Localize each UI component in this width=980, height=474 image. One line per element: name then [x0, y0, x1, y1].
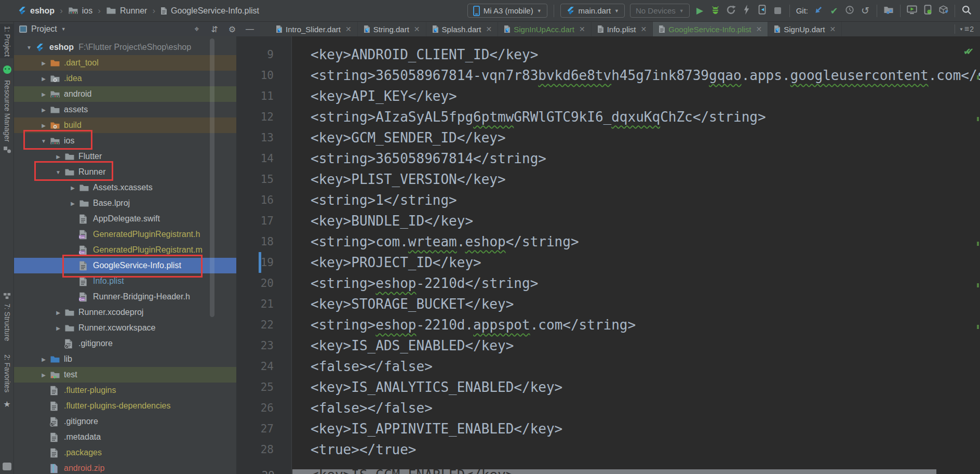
breadcrumb-project[interactable]: eshop	[30, 6, 55, 16]
tree-item-info-plist[interactable]: Info.plist	[14, 273, 236, 289]
gear-icon[interactable]: ⚙	[227, 24, 237, 34]
tree-item--dart-tool[interactable]: ▶.dart_tool	[14, 55, 236, 71]
code-line-15[interactable]: <key>PLIST_VERSION</key>	[292, 169, 980, 190]
close-icon[interactable]: ✕	[414, 25, 420, 33]
tree-collapse-icon[interactable]: ▶	[37, 91, 50, 97]
breadcrumb-file[interactable]: GoogleService-Info.plist	[171, 6, 259, 16]
close-icon[interactable]: ✕	[579, 25, 585, 33]
stripe-resource-manager-button[interactable]: Resource Manager	[0, 80, 14, 142]
code-line-27[interactable]: <key>IS_APPINVITE_ENABLED</key>	[292, 418, 980, 439]
breadcrumb-ios[interactable]: ios	[82, 6, 92, 16]
close-icon[interactable]: ✕	[641, 25, 647, 33]
breadcrumb-runner[interactable]: Runner	[120, 6, 147, 16]
tree-item-assets[interactable]: ▶assets	[14, 102, 236, 117]
tab-info-plist[interactable]: Info.plist✕	[592, 22, 653, 36]
tree-collapse-icon[interactable]: ▶	[66, 185, 79, 191]
close-icon[interactable]: ✕	[486, 25, 492, 33]
code-line-19[interactable]: <key>PROJECT_ID</key>	[292, 252, 980, 273]
collapse-all-icon[interactable]: ⇵	[210, 24, 219, 34]
flutter-device-selector[interactable]: No Devices ▼	[630, 4, 690, 18]
code-editor[interactable]: 910111213141516171819202122232425262728 …	[236, 36, 980, 474]
tree-item--packages[interactable]: .packages	[14, 445, 236, 460]
avd-manager-button[interactable]	[907, 5, 917, 17]
tree-collapse-icon[interactable]: ▶	[37, 372, 50, 378]
tree-item--gitignore[interactable]: .gitignore	[14, 336, 236, 351]
tree-collapse-icon[interactable]: ▶	[37, 60, 50, 66]
error-stripe-mark[interactable]	[977, 325, 979, 329]
project-structure-button[interactable]	[883, 5, 894, 17]
tree-item-assets-xcassets[interactable]: ▶Assets.xcassets	[14, 180, 236, 195]
profile-button[interactable]	[726, 5, 736, 17]
tree-item--idea[interactable]: ▶.idea	[14, 71, 236, 86]
error-stripe-mark[interactable]	[977, 283, 979, 287]
code-line-23[interactable]: <key>IS_ADS_ENABLED</key>	[292, 335, 980, 356]
locate-file-icon[interactable]: ⌖	[192, 24, 202, 34]
code-line-9[interactable]: <key>ANDROID_CLIENT_ID</key>	[292, 44, 980, 65]
inspections-ok-icon[interactable]: ✔✔	[963, 46, 969, 57]
git-commit-button[interactable]: ✔	[829, 5, 839, 17]
debug-button[interactable]	[710, 5, 721, 17]
tab-signup-dart[interactable]: SignUp.dart✕	[768, 22, 842, 36]
tree-item-runner-bridging-header-h[interactable]: C++Runner-Bridging-Header.h	[14, 289, 236, 305]
tree-item-googleservice-info-plist[interactable]: GoogleService-Info.plist	[14, 258, 236, 273]
tree-collapse-icon[interactable]: ▶	[37, 123, 50, 128]
hot-reload-icon[interactable]	[742, 5, 752, 17]
tree-collapse-icon[interactable]: ▶	[52, 154, 64, 160]
stripe-structure-button[interactable]: 7: Structure	[0, 304, 14, 341]
tree-item-android-zip[interactable]: android.zip	[14, 460, 236, 474]
close-icon[interactable]: ✕	[756, 25, 762, 33]
tab-googleservice-info-plist[interactable]: GoogleService-Info.plist✕	[653, 22, 768, 36]
tab-signinupacc-dart[interactable]: SignInUpAcc.dart✕	[498, 22, 591, 36]
device-manager-button[interactable]	[922, 5, 933, 17]
tree-item-base-lproj[interactable]: ▶Base.lproj	[14, 195, 236, 211]
error-stripe-mark[interactable]	[977, 117, 979, 121]
code-line-11[interactable]: <key>API_KEY</key>	[292, 86, 980, 107]
code-line-18[interactable]: <string>com.wrteam.eshop</string>	[292, 231, 980, 252]
tab-string-dart[interactable]: String.dart✕	[358, 22, 426, 36]
tree-item-ios[interactable]: ▼ios	[14, 133, 236, 149]
git-update-button[interactable]	[813, 5, 824, 17]
error-stripe-mark[interactable]	[977, 75, 979, 80]
tree-item-lib[interactable]: ▶lib	[14, 351, 236, 367]
run-button[interactable]: ▶	[695, 5, 705, 17]
tree-item-eshop[interactable]: ▼eshopF:\Flutter Project\eShop\eshop	[14, 40, 236, 55]
close-icon[interactable]: ✕	[829, 25, 836, 33]
tab-splash-dart[interactable]: Splash.dart✕	[426, 22, 499, 36]
git-rollback-button[interactable]: ↺	[860, 5, 870, 17]
tree-expand-icon[interactable]: ▼	[52, 169, 64, 175]
editor-code-area[interactable]: <key>ANDROID_CLIENT_ID</key><string>3650…	[292, 36, 980, 474]
sdk-manager-button[interactable]	[938, 5, 948, 17]
tree-collapse-icon[interactable]: ▶	[66, 201, 79, 206]
tree-collapse-icon[interactable]: ▶	[52, 310, 64, 315]
close-icon[interactable]: ✕	[345, 25, 352, 33]
tree-expand-icon[interactable]: ▼	[37, 138, 50, 144]
tree-item-test[interactable]: ▶test	[14, 367, 236, 383]
code-line-12[interactable]: <string>AIzaSyAL5fpg6ptmwGRWlGTC9kI6_dqx…	[292, 107, 980, 127]
tree-item--gitignore[interactable]: .gitignore	[14, 414, 236, 429]
hidden-tabs-button[interactable]: ▼ ≡ 2	[959, 24, 974, 34]
code-line-28[interactable]: <true></true>	[292, 439, 980, 460]
stripe-favorites-button[interactable]: 2: Favorites	[0, 354, 14, 392]
code-line-21[interactable]: <key>STORAGE_BUCKET</key>	[292, 294, 980, 314]
code-line-13[interactable]: <key>GCM_SENDER_ID</key>	[292, 127, 980, 148]
device-selector[interactable]: Mi A3 (mobile) ▼	[467, 4, 547, 18]
tab-intro-slider-dart[interactable]: Intro_Slider.dart✕	[270, 22, 358, 36]
tree-collapse-icon[interactable]: ▶	[37, 76, 50, 82]
tree-item-flutter[interactable]: ▶Flutter	[14, 149, 236, 164]
project-panel-title[interactable]: Project	[31, 24, 57, 34]
run-config-selector[interactable]: main.dart ▼	[560, 4, 625, 18]
tree-item-generatedpluginregistrant-m[interactable]: C++GeneratedPluginRegistrant.m	[14, 242, 236, 258]
code-line-22[interactable]: <string>eshop-2210d.appspot.com</string>	[292, 314, 980, 335]
tree-collapse-icon[interactable]: ▶	[52, 325, 64, 331]
tree-item-build[interactable]: ▶build	[14, 117, 236, 133]
tree-collapse-icon[interactable]: ▶	[37, 357, 50, 362]
search-everywhere-button[interactable]	[961, 5, 972, 17]
code-line-14[interactable]: <string>365058967814</string>	[292, 148, 980, 169]
error-stripe-mark[interactable]	[977, 242, 979, 246]
hide-panel-icon[interactable]: —	[245, 24, 254, 34]
code-line-16[interactable]: <string>1</string>	[292, 190, 980, 210]
code-line-26[interactable]: <false></false>	[292, 398, 980, 418]
stripe-bottom-icon[interactable]	[3, 463, 11, 470]
git-history-button[interactable]	[844, 5, 855, 17]
project-tree-scrollbar[interactable]	[210, 38, 214, 317]
